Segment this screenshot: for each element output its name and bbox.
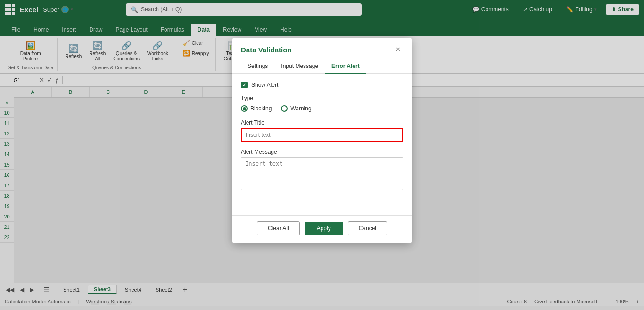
modal-tab-input-message[interactable]: Input Message xyxy=(274,59,325,74)
data-validation-modal: Data Validation × Settings Input Message… xyxy=(232,38,412,243)
alert-title-input[interactable] xyxy=(241,128,403,142)
alert-title-label: Alert Title xyxy=(241,119,403,126)
show-alert-label: Show Alert xyxy=(251,82,278,88)
modal-body: ✓ Show Alert Type Blocking Warning xyxy=(232,74,412,206)
radio-warning-outer xyxy=(281,105,288,112)
radio-warning-label: Warning xyxy=(290,105,311,112)
radio-blocking-inner xyxy=(243,107,246,110)
alert-message-label: Alert Message xyxy=(241,149,403,155)
checkbox-check-icon: ✓ xyxy=(242,82,247,88)
type-label: Type xyxy=(241,95,403,101)
alert-message-group: Alert Message xyxy=(241,149,403,192)
show-alert-checkbox[interactable]: ✓ xyxy=(241,82,248,88)
modal-title: Data Validation xyxy=(241,46,292,54)
modal-overlay: Data Validation × Settings Input Message… xyxy=(0,0,644,310)
cancel-button[interactable]: Cancel xyxy=(348,221,387,235)
alert-message-textarea[interactable] xyxy=(241,157,403,190)
modal-header: Data Validation × xyxy=(232,38,412,59)
radio-blocking-outer xyxy=(241,105,248,112)
alert-title-group: Alert Title xyxy=(241,119,403,142)
modal-tab-settings[interactable]: Settings xyxy=(241,59,274,74)
show-alert-row: ✓ Show Alert xyxy=(241,82,403,88)
radio-group-type: Blocking Warning xyxy=(241,105,403,112)
modal-tab-error-alert[interactable]: Error Alert xyxy=(325,59,366,74)
radio-blocking[interactable]: Blocking xyxy=(241,105,272,112)
modal-footer: Clear All Apply Cancel xyxy=(232,215,412,243)
radio-warning[interactable]: Warning xyxy=(281,105,311,112)
radio-blocking-label: Blocking xyxy=(250,105,272,112)
apply-button[interactable]: Apply xyxy=(305,222,343,235)
clear-all-button[interactable]: Clear All xyxy=(257,221,300,235)
modal-tabs: Settings Input Message Error Alert xyxy=(232,59,412,74)
modal-close-button[interactable]: × xyxy=(393,44,403,55)
